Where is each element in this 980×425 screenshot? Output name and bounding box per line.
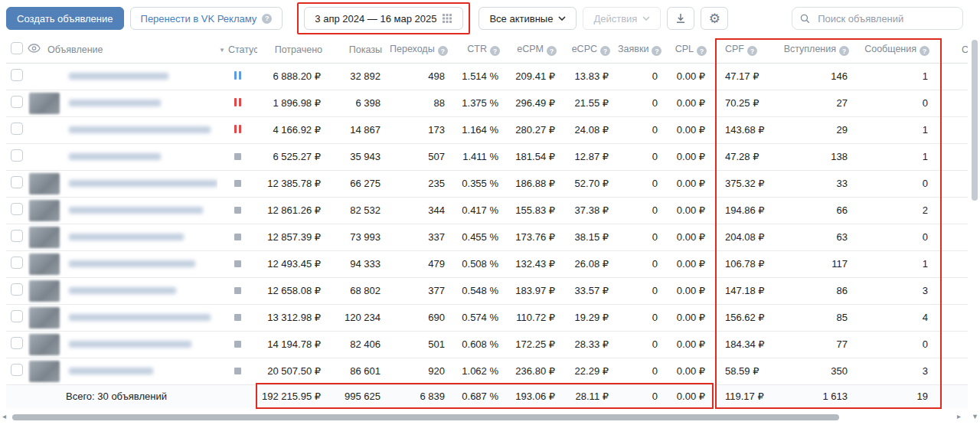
help-icon[interactable]: ? (547, 46, 557, 56)
row-checkbox[interactable] (11, 123, 23, 135)
cell-ecpm: 209.41 ₽ (508, 63, 564, 90)
col-header-messages[interactable]: Сообщения? (857, 37, 937, 63)
cell-partial (937, 170, 968, 197)
cell-shows: 86 601 (330, 358, 390, 384)
help-icon[interactable]: ? (438, 46, 448, 56)
col-header-ctr[interactable]: CTR? (454, 37, 508, 63)
ad-name-blurred[interactable] (69, 73, 168, 80)
settings-button[interactable]: ⚙ (701, 7, 728, 30)
row-checkbox[interactable] (11, 310, 23, 322)
ad-name-blurred[interactable] (69, 368, 153, 374)
cell-ecpc: 24.08 ₽ (564, 116, 618, 143)
row-checkbox[interactable] (11, 203, 23, 215)
toolbar: Создать объявление Перенести в VK Реклам… (6, 6, 963, 31)
cell-cpl: 0.00 ₽ (667, 224, 714, 250)
cell-spent: 1 896.98 ₽ (257, 90, 330, 116)
col-header-cpl[interactable]: CPL? (667, 37, 714, 63)
select-all-checkbox[interactable] (11, 42, 23, 54)
cell-cpl: 0.00 ₽ (667, 197, 714, 224)
col-header-shows[interactable]: Показы (330, 37, 390, 63)
ad-name-blurred[interactable] (69, 153, 161, 160)
ad-name-blurred[interactable] (69, 100, 161, 106)
col-header-status[interactable]: ▼Статус (217, 37, 257, 63)
cell-cpf: 375.32 ₽ (714, 170, 773, 197)
search-box[interactable] (792, 7, 963, 30)
cell-cpl: 0.00 ₽ (667, 358, 714, 384)
help-icon[interactable]: ? (697, 46, 707, 56)
scroll-down-arrow[interactable]: ▼ (972, 413, 978, 420)
horizontal-scrollbar-thumb[interactable] (12, 414, 839, 420)
help-icon[interactable]: ? (490, 46, 500, 56)
cell-clicks: 235 (390, 170, 454, 197)
cell-cpf: 143.68 ₽ (714, 116, 773, 143)
ad-name-blurred[interactable] (69, 234, 184, 240)
cell-clicks: 377 (390, 277, 454, 304)
col-header-ecpm[interactable]: eCPM? (508, 37, 564, 63)
cell-cpf: 204.08 ₽ (714, 224, 773, 250)
cell-ctr: 0.508 % (454, 250, 508, 277)
cell-spent: 12 861.26 ₽ (257, 197, 330, 224)
cell-cpf: 147.18 ₽ (714, 277, 773, 304)
cell-joins: 63 (773, 224, 857, 250)
row-checkbox[interactable] (11, 230, 23, 242)
ad-name-blurred[interactable] (69, 260, 195, 267)
col-header-leads[interactable]: Заявки? (618, 37, 667, 63)
status-filter-dropdown[interactable]: Все активные (479, 7, 577, 30)
cell-ecpc: 22.29 ₽ (564, 358, 618, 384)
scroll-right-arrow[interactable]: ▸ (957, 412, 961, 420)
ad-name-blurred[interactable] (69, 207, 203, 214)
row-checkbox[interactable] (11, 69, 23, 81)
help-icon[interactable]: ? (652, 46, 662, 56)
ad-name-blurred[interactable] (69, 126, 211, 133)
totals-label: Всего: 30 объявлений (6, 384, 257, 408)
cell-clicks: 479 (390, 250, 454, 277)
ad-name-blurred[interactable] (69, 180, 217, 187)
export-download-button[interactable] (667, 7, 694, 30)
cell-clicks: 498 (390, 63, 454, 90)
help-icon[interactable]: ? (262, 14, 272, 24)
cell-leads: 0 (618, 143, 667, 170)
status-filter-label: Все активные (489, 13, 553, 25)
date-range-button[interactable]: 3 апр 2024 — 16 мар 2025 (304, 7, 463, 30)
ad-name-blurred[interactable] (69, 341, 191, 348)
cell-cpf: 47.17 ₽ (714, 63, 773, 90)
help-icon[interactable]: ? (747, 46, 757, 56)
transfer-to-vk-ads-button[interactable]: Перенести в VK Рекламу ? (130, 7, 283, 30)
ad-name-blurred[interactable] (69, 287, 176, 294)
cell-cpf: 184.34 ₽ (714, 331, 773, 358)
cell-leads: 0 (618, 358, 667, 384)
row-checkbox[interactable] (11, 176, 23, 188)
scroll-left-arrow[interactable]: ◂ (2, 412, 6, 420)
vertical-scrollbar-thumb[interactable] (972, 40, 978, 201)
cell-ecpc: 26.08 ₽ (564, 250, 618, 277)
col-header-ecpc[interactable]: eCPC? (564, 37, 618, 63)
cell-shows: 68 802 (330, 277, 390, 304)
help-icon[interactable]: ? (920, 46, 929, 56)
cell-messages: 2 (857, 197, 937, 224)
cell-partial (937, 331, 968, 358)
row-checkbox[interactable] (11, 257, 23, 269)
ad-name-blurred[interactable] (69, 314, 211, 321)
row-checkbox[interactable] (11, 337, 23, 349)
col-header-name[interactable]: Объявление (47, 37, 217, 63)
cell-cpf: 106.78 ₽ (714, 250, 773, 277)
cell-ecpm: 173.76 ₽ (508, 224, 564, 250)
help-icon[interactable]: ? (839, 46, 849, 56)
totals-messages: 19 (857, 384, 937, 408)
help-icon[interactable]: ? (600, 46, 610, 56)
row-checkbox[interactable] (11, 364, 23, 376)
col-header-cpf[interactable]: CPF? (714, 37, 773, 63)
row-checkbox[interactable] (11, 96, 23, 108)
cell-ecpm: 155.83 ₽ (508, 197, 564, 224)
row-checkbox[interactable] (11, 283, 23, 296)
cell-joins: 146 (773, 63, 857, 90)
col-label: Статус (228, 44, 257, 55)
row-checkbox[interactable] (11, 149, 23, 162)
cell-joins: 350 (773, 358, 857, 384)
create-ad-button[interactable]: Создать объявление (6, 7, 124, 30)
col-header-joins[interactable]: Вступления? (773, 37, 857, 63)
vk-ads-dashboard: Создать объявление Перенести в VK Реклам… (0, 0, 980, 425)
col-header-clicks[interactable]: Переходы? (390, 37, 454, 63)
search-input[interactable] (816, 12, 955, 25)
col-header-spent[interactable]: Потрачено (257, 37, 330, 63)
